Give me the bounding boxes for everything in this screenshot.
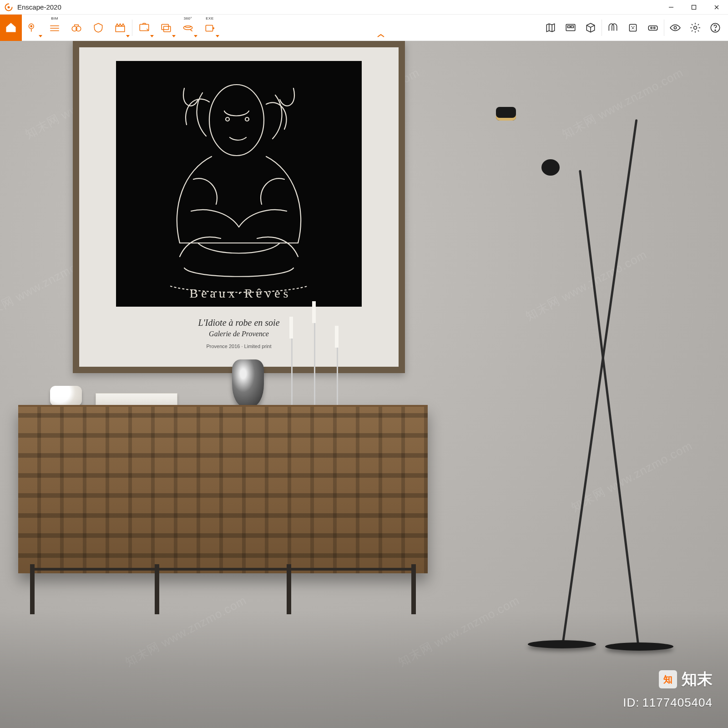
live-link-button[interactable] (623, 15, 643, 41)
decor-vase (232, 359, 264, 407)
general-settings-button[interactable] (685, 15, 705, 41)
pin-eye-icon (26, 21, 39, 34)
decor-bowl (50, 386, 82, 406)
artwork-caption-line3: Provence 2016 · Limited print (206, 344, 271, 349)
svg-rect-18 (568, 25, 570, 27)
cube-icon (584, 21, 597, 34)
safe-frame-icon (92, 21, 105, 34)
render-viewport[interactable]: 知末网 www.znzmo.com 知末网 www.znzmo.com 知末网 … (0, 41, 728, 728)
floor-lamp-right (537, 159, 682, 651)
toolbar-collapse-caret[interactable] (377, 32, 385, 40)
svg-rect-16 (206, 25, 212, 31)
svg-point-23 (654, 27, 655, 28)
home-icon (5, 21, 17, 34)
app-window: Enscape - 2020 BIM (0, 0, 728, 728)
video-path-button[interactable] (109, 15, 131, 41)
toolbar-separator (664, 20, 664, 36)
window-minimize-button[interactable] (660, 0, 682, 15)
help-icon (709, 21, 722, 34)
screenshot-icon (138, 21, 151, 34)
vr-headset-button[interactable] (643, 15, 663, 41)
svg-rect-12 (116, 26, 125, 31)
toolbar-separator (602, 20, 602, 36)
svg-rect-28 (116, 61, 362, 307)
window-maximize-button[interactable] (682, 0, 705, 15)
svg-rect-2 (692, 5, 696, 9)
svg-point-22 (651, 27, 652, 28)
bim-icon (48, 21, 61, 34)
sideboard-cabinet (18, 405, 428, 614)
model-id-overlay: ID:1177405404 (623, 696, 713, 710)
svg-point-27 (715, 30, 716, 30)
visual-settings-button[interactable] (665, 15, 685, 41)
decor-candelabra (282, 323, 355, 407)
source-logo-text: 知末 (682, 669, 713, 690)
title-project: 2020 (46, 3, 61, 11)
eye-icon (669, 21, 682, 34)
binoculars-button[interactable] (66, 15, 87, 41)
svg-point-0 (8, 6, 10, 8)
artwork-caption-line1: L'Idiote à robe en soie (198, 318, 279, 328)
asset-library-icon (564, 21, 577, 34)
screenshot-button[interactable] (133, 15, 155, 41)
svg-text:B e a u x · R ê v e s: B e a u x · R ê v e s (190, 286, 288, 300)
batch-render-button[interactable] (155, 15, 177, 41)
orbit-cube-button[interactable] (581, 15, 601, 41)
mini-map-icon (544, 21, 557, 34)
svg-rect-21 (648, 25, 657, 30)
safe-frame-button[interactable] (87, 15, 109, 41)
mini-map-button[interactable] (541, 15, 561, 41)
bim-mode-button[interactable]: BIM (44, 15, 66, 41)
app-logo-icon (4, 2, 14, 12)
clapperboard-icon (114, 21, 126, 34)
gear-icon (689, 21, 702, 34)
svg-rect-19 (571, 25, 573, 27)
synchronize-views-button[interactable] (603, 15, 623, 41)
home-button[interactable] (0, 15, 22, 41)
panorama-icon (182, 21, 194, 34)
asset-library-button[interactable] (561, 15, 581, 41)
sync-arches-icon (607, 21, 619, 34)
titlebar: Enscape - 2020 (0, 0, 728, 15)
favorite-views-button[interactable] (22, 15, 44, 41)
link-icon (627, 21, 639, 34)
artwork-caption: L'Idiote à robe en soie Galerie de Prove… (198, 318, 279, 349)
exe-export-icon (203, 21, 216, 34)
svg-rect-15 (164, 26, 171, 31)
svg-point-25 (694, 26, 697, 29)
vr-headset-icon (647, 21, 659, 34)
help-button[interactable] (705, 15, 725, 41)
decor-book (96, 393, 177, 406)
binoculars-icon (70, 21, 83, 34)
svg-point-6 (30, 25, 32, 27)
model-id-label: ID: (623, 696, 639, 709)
artwork-caption-line2: Galerie de Provence (209, 330, 269, 338)
svg-rect-14 (162, 24, 168, 30)
bim-label: BIM (51, 16, 58, 20)
batch-render-icon (160, 21, 172, 34)
toolbar-separator (132, 20, 132, 36)
main-toolbar: BIM 360° (0, 15, 728, 41)
pano-label: 360° (184, 16, 192, 20)
exe-label: EXE (206, 16, 214, 20)
svg-point-24 (674, 26, 676, 29)
model-id-value: 1177405404 (642, 696, 713, 709)
artwork-canvas: B e a u x · R ê v e s (116, 61, 362, 307)
source-logo-overlay: 知 知末 (659, 669, 713, 690)
window-close-button[interactable] (705, 0, 728, 15)
mono-panorama-button[interactable]: 360° (177, 15, 199, 41)
title-app-name: Enscape (17, 3, 44, 11)
framed-artwork: B e a u x · R ê v e s L'Idiote à robe en… (73, 41, 405, 373)
source-logo-mark: 知 (659, 670, 677, 688)
exe-standalone-button[interactable]: EXE (199, 15, 221, 41)
